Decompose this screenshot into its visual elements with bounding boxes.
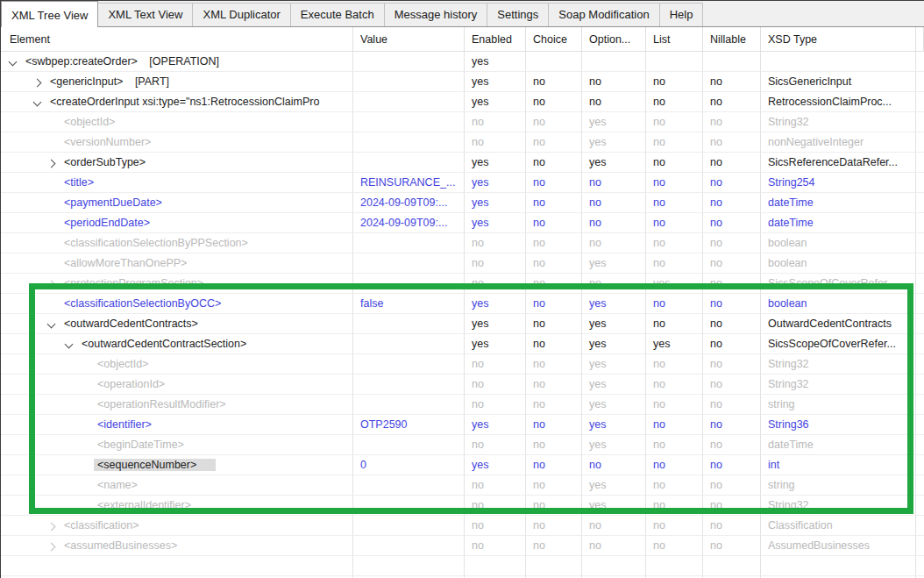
- choice-cell[interactable]: no: [526, 274, 582, 294]
- nillable-cell[interactable]: no: [703, 536, 761, 556]
- list-cell[interactable]: no: [646, 375, 703, 395]
- enabled-cell[interactable]: yes: [465, 334, 526, 354]
- choice-cell[interactable]: no: [526, 193, 582, 213]
- enabled-cell[interactable]: yes: [465, 153, 526, 173]
- value-cell[interactable]: [353, 334, 465, 354]
- column-header-enabled[interactable]: Enabled: [465, 27, 526, 52]
- element-cell[interactable]: <operationResultModifier>: [1, 395, 353, 415]
- list-cell[interactable]: no: [646, 475, 703, 496]
- element-cell[interactable]: <beginDateTime>: [1, 435, 353, 455]
- choice-cell[interactable]: no: [526, 213, 582, 233]
- choice-cell[interactable]: no: [526, 132, 582, 153]
- list-cell[interactable]: no: [646, 314, 703, 334]
- nillable-cell[interactable]: no: [703, 112, 761, 132]
- value-cell[interactable]: [353, 435, 465, 455]
- optional-cell[interactable]: yes: [582, 435, 646, 455]
- optional-cell[interactable]: yes: [582, 395, 646, 415]
- optional-cell[interactable]: [582, 556, 646, 576]
- optional-cell[interactable]: yes: [582, 334, 646, 354]
- choice-cell[interactable]: no: [526, 395, 582, 415]
- element-cell[interactable]: <operationId>: [1, 375, 353, 395]
- optional-cell[interactable]: no: [582, 72, 646, 92]
- column-header-nillable[interactable]: Nillable: [703, 27, 761, 52]
- optional-cell[interactable]: yes: [582, 314, 646, 334]
- table-row[interactable]: <name> no no yes no no string: [1, 475, 924, 496]
- table-row[interactable]: <objectId> no no yes no no String32: [1, 112, 924, 132]
- choice-cell[interactable]: [526, 52, 582, 72]
- value-cell[interactable]: [353, 556, 465, 576]
- column-header-value[interactable]: Value: [353, 27, 465, 52]
- list-cell[interactable]: no: [646, 415, 703, 435]
- enabled-cell[interactable]: yes: [465, 72, 526, 92]
- choice-cell[interactable]: [526, 556, 582, 576]
- table-row[interactable]: <assumedBusinesses> no no no no no Assum…: [1, 536, 924, 556]
- enabled-cell[interactable]: no: [465, 112, 526, 132]
- enabled-cell[interactable]: yes: [465, 52, 526, 72]
- enabled-cell[interactable]: no: [465, 132, 526, 153]
- nillable-cell[interactable]: no: [703, 435, 761, 455]
- optional-cell[interactable]: no: [582, 233, 646, 253]
- nillable-cell[interactable]: no: [703, 294, 761, 314]
- choice-cell[interactable]: no: [526, 153, 582, 173]
- enabled-cell[interactable]: yes: [465, 415, 526, 435]
- table-row[interactable]: <periodEndDate> 2024-09-09T09:... yes no…: [1, 213, 924, 233]
- list-cell[interactable]: no: [646, 253, 703, 274]
- enabled-cell[interactable]: no: [465, 274, 526, 294]
- enabled-cell[interactable]: yes: [465, 294, 526, 314]
- list-cell[interactable]: yes: [646, 334, 703, 354]
- table-row[interactable]: <externalIdentifier> no no yes no no Str…: [1, 496, 924, 516]
- column-header-xsd-type[interactable]: XSD Type: [761, 27, 916, 52]
- table-row[interactable]: <outwardCedentContracts> yes no yes no n…: [1, 314, 924, 334]
- expander-chevron-icon[interactable]: [33, 97, 42, 106]
- nillable-cell[interactable]: no: [703, 153, 761, 173]
- element-cell[interactable]: <swbpep:createOrder> [OPERATION]: [1, 52, 353, 72]
- table-row[interactable]: <createOrderInput xsi:type="ns1:Retroces…: [1, 92, 924, 112]
- expander-chevron-icon[interactable]: [47, 319, 56, 328]
- enabled-cell[interactable]: no: [465, 435, 526, 455]
- element-cell[interactable]: <paymentDueDate>: [1, 193, 353, 213]
- value-cell[interactable]: [353, 375, 465, 395]
- value-cell[interactable]: [353, 516, 465, 536]
- element-cell[interactable]: <classification>: [1, 516, 353, 536]
- table-row[interactable]: <genericInput> [PART] yes no no no no Si…: [1, 72, 924, 92]
- enabled-cell[interactable]: no: [465, 536, 526, 556]
- list-cell[interactable]: no: [646, 435, 703, 455]
- choice-cell[interactable]: no: [526, 294, 582, 314]
- choice-cell[interactable]: no: [526, 415, 582, 435]
- nillable-cell[interactable]: no: [703, 516, 761, 536]
- nillable-cell[interactable]: no: [703, 314, 761, 334]
- tab-settings[interactable]: Settings: [487, 3, 549, 26]
- element-cell[interactable]: <allowMoreThanOnePP>: [1, 253, 353, 274]
- choice-cell[interactable]: no: [526, 72, 582, 92]
- value-cell[interactable]: [353, 395, 465, 415]
- value-cell[interactable]: [353, 496, 465, 516]
- value-cell[interactable]: [353, 153, 465, 173]
- tab-xml-tree-view[interactable]: XML Tree View: [1, 1, 98, 27]
- value-cell[interactable]: [353, 132, 465, 153]
- enabled-cell[interactable]: yes: [465, 314, 526, 334]
- enabled-cell[interactable]: yes: [465, 173, 526, 193]
- nillable-cell[interactable]: no: [703, 455, 761, 475]
- value-cell[interactable]: [353, 233, 465, 253]
- element-cell[interactable]: <genericInput> [PART]: [1, 72, 353, 92]
- list-cell[interactable]: no: [646, 496, 703, 516]
- value-cell[interactable]: [353, 52, 465, 72]
- nillable-cell[interactable]: no: [703, 132, 761, 153]
- choice-cell[interactable]: no: [526, 112, 582, 132]
- list-cell[interactable]: no: [646, 193, 703, 213]
- optional-cell[interactable]: yes: [582, 375, 646, 395]
- optional-cell[interactable]: no: [582, 536, 646, 556]
- element-cell[interactable]: <externalIdentifier>: [1, 496, 353, 516]
- table-row[interactable]: <classification> no no no no no Classifi…: [1, 516, 924, 536]
- choice-cell[interactable]: no: [526, 375, 582, 395]
- element-cell[interactable]: [1, 556, 353, 576]
- enabled-cell[interactable]: no: [465, 375, 526, 395]
- table-row[interactable]: <paymentDueDate> 2024-09-09T09:... yes n…: [1, 193, 924, 213]
- choice-cell[interactable]: no: [526, 536, 582, 556]
- enabled-cell[interactable]: yes: [465, 92, 526, 112]
- column-header-optional[interactable]: Option...: [582, 27, 646, 52]
- tab-help[interactable]: Help: [659, 3, 704, 26]
- tab-message-history[interactable]: Message history: [384, 3, 488, 26]
- nillable-cell[interactable]: no: [703, 193, 761, 213]
- list-cell[interactable]: no: [646, 455, 703, 475]
